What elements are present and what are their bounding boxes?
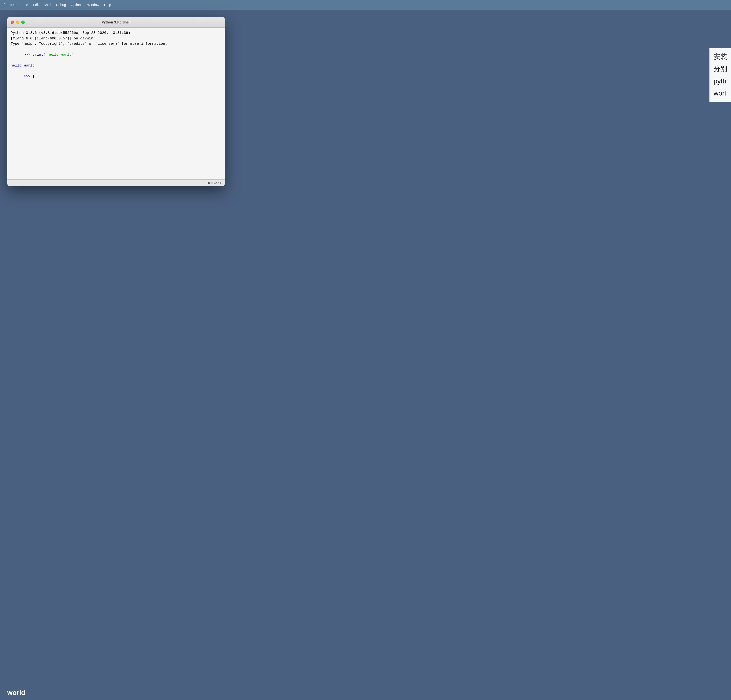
menu-options[interactable]: Options — [71, 3, 82, 7]
taskbar-text: world — [7, 689, 25, 697]
menu-debug[interactable]: Debug — [56, 3, 66, 7]
menu-file[interactable]: File — [23, 3, 28, 7]
shell-prompt1: >>> — [24, 53, 32, 57]
menu-help[interactable]: Help — [104, 3, 111, 7]
shell-info-line2: [Clang 6.0 (clang-600.0.57)] on darwin — [11, 36, 222, 41]
python-shell-window: Python 3.8.6 Shell Python 3.8.6 (v3.8.6:… — [7, 17, 225, 186]
shell-prompt2-line[interactable]: >>> | — [11, 69, 222, 85]
overlay-line3: pyth — [713, 75, 727, 87]
titlebar: Python 3.8.6 Shell — [7, 17, 225, 28]
shell-command-line1: >>> print("hello world") — [11, 47, 222, 63]
apple-menu[interactable]:  — [4, 2, 6, 7]
menu-window[interactable]: Window — [87, 3, 99, 7]
cursor-position: Ln: 6 Col: 4 — [207, 181, 222, 185]
menu-shell[interactable]: Shell — [44, 3, 51, 7]
shell-info-line3: Type "help", "copyright", "credits" or "… — [11, 41, 222, 47]
window-controls — [11, 21, 25, 24]
overlay-line2: 分别 — [713, 63, 727, 75]
menubar:  IDLE File Edit Shell Debug Options Win… — [0, 0, 731, 10]
maximize-button[interactable] — [21, 21, 25, 24]
right-overlay: 安装 分别 pyth worl — [709, 49, 731, 102]
shell-content[interactable]: Python 3.8.6 (v3.8.6:db455296be, Sep 23 … — [7, 28, 225, 179]
shell-string-arg: "hello world" — [46, 53, 74, 57]
shell-keyword-print: print — [32, 53, 43, 57]
shell-cursor: | — [32, 75, 35, 79]
minimize-button[interactable] — [16, 21, 19, 24]
window-title: Python 3.8.6 Shell — [101, 20, 131, 24]
close-button[interactable] — [11, 21, 14, 24]
shell-paren-close: ) — [74, 53, 76, 57]
shell-output-line1: hello world — [11, 63, 222, 69]
statusbar: Ln: 6 Col: 4 — [7, 179, 225, 186]
shell-paren-open: ( — [43, 53, 46, 57]
shell-prompt2: >>> — [24, 75, 32, 79]
shell-info-line1: Python 3.8.6 (v3.8.6:db455296be, Sep 23 … — [11, 31, 222, 36]
overlay-line1: 安装 — [713, 51, 727, 63]
menu-edit[interactable]: Edit — [33, 3, 39, 7]
overlay-line4: worl — [713, 87, 727, 99]
taskbar-bottom: world — [0, 685, 731, 700]
menu-idle[interactable]: IDLE — [10, 3, 18, 7]
